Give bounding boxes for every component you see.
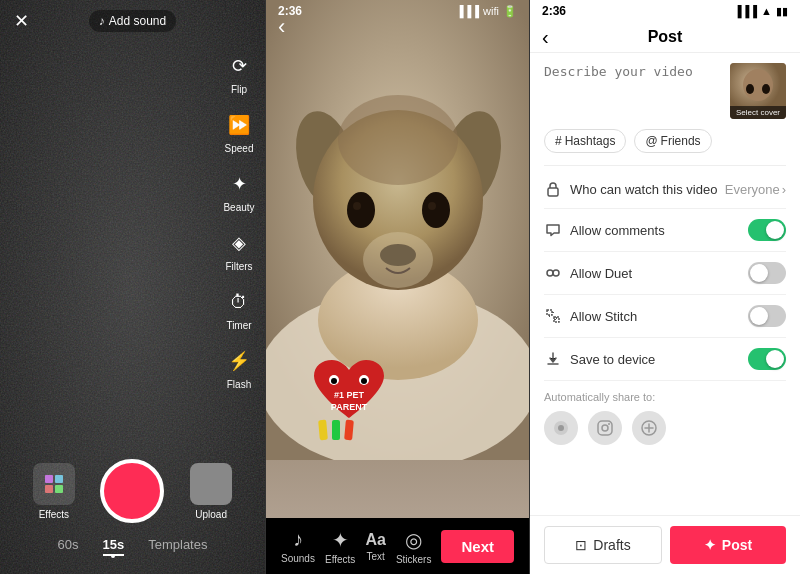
svg-rect-27 [548, 188, 558, 196]
svg-rect-0 [45, 475, 53, 483]
camera-bottom: Effects Upload 60s 15s Templates [0, 459, 265, 574]
svg-rect-3 [55, 485, 63, 493]
effects-bottom-button[interactable]: ✦ Effects [325, 528, 355, 565]
svg-point-11 [347, 192, 375, 228]
comment-icon [544, 221, 562, 239]
camera-panel: ✕ ♪ Add sound ⟳ Flip ⏩ Speed ✦ Beauty ◈ … [0, 0, 265, 574]
video-content: #1 PET PARENT [266, 0, 529, 518]
lock-icon [544, 180, 562, 198]
svg-point-33 [558, 425, 564, 431]
svg-rect-30 [547, 310, 552, 315]
toggle-knob [766, 221, 784, 239]
filters-tool[interactable]: ◈ Filters [223, 227, 255, 272]
battery-icon: 🔋 [503, 5, 517, 18]
allow-comments-toggle[interactable] [748, 219, 786, 241]
post-footer: ⊡ Drafts ✦ Post [530, 515, 800, 574]
drafts-button[interactable]: ⊡ Drafts [544, 526, 662, 564]
effects-bottom-icon: ✦ [332, 528, 349, 552]
timer-label: Timer [226, 320, 251, 331]
allow-stitch-label: Allow Stitch [570, 309, 637, 324]
cover-thumbnail[interactable]: Select cover [730, 63, 786, 119]
post-back-button[interactable]: ‹ [542, 26, 549, 49]
sounds-button[interactable]: ♪ Sounds [281, 528, 315, 564]
ribbon-yellow [318, 420, 328, 441]
svg-point-16 [363, 232, 433, 288]
friends-label: Friends [661, 134, 701, 148]
text-icon: Aa [365, 531, 385, 549]
video-bottom-bar: ♪ Sounds ✦ Effects Aa Text ◎ Stickers Ne… [266, 518, 529, 574]
post-status-icons: ▐▐▐ ▲ ▮▮ [734, 5, 788, 18]
filters-label: Filters [225, 261, 252, 272]
flash-icon: ⚡ [223, 345, 255, 377]
video-panel: 2:36 ▐▐▐ wifi 🔋 ‹ [265, 0, 530, 574]
allow-stitch-toggle[interactable] [748, 305, 786, 327]
tab-15s[interactable]: 15s [103, 537, 125, 556]
video-status-icons: ▐▐▐ wifi 🔋 [456, 5, 517, 18]
svg-point-29 [553, 270, 559, 276]
who-can-watch-row[interactable]: Who can watch this video Everyone › [544, 170, 786, 209]
save-to-device-toggle[interactable] [748, 348, 786, 370]
ribbon-red [344, 420, 354, 441]
close-button[interactable]: ✕ [14, 10, 29, 32]
toggle-knob-stitch [750, 307, 768, 325]
everyone-text: Everyone [725, 182, 780, 197]
stitch-icon [544, 307, 562, 325]
video-status-time: 2:36 [278, 4, 302, 18]
svg-text:PARENT: PARENT [331, 402, 368, 412]
duet-icon [544, 264, 562, 282]
upload-label: Upload [195, 509, 227, 520]
camera-tools: ⟳ Flip ⏩ Speed ✦ Beauty ◈ Filters ⏱ Time… [223, 50, 255, 390]
allow-stitch-left: Allow Stitch [544, 307, 637, 325]
description-input[interactable] [544, 63, 720, 113]
shutter-button[interactable] [100, 459, 164, 523]
timer-tool[interactable]: ⏱ Timer [223, 286, 255, 331]
post-label: Post [722, 537, 752, 553]
who-can-watch-label: Who can watch this video [570, 182, 717, 197]
who-can-watch-left: Who can watch this video [544, 180, 717, 198]
allow-duet-row: Allow Duet [544, 252, 786, 295]
add-sound-button[interactable]: ♪ Add sound [89, 10, 176, 32]
hashtags-tag[interactable]: # Hashtags [544, 129, 626, 153]
cover-label[interactable]: Select cover [730, 106, 786, 119]
sticker: #1 PET PARENT [304, 348, 394, 428]
at-icon: @ [645, 134, 657, 148]
sounds-icon: ♪ [293, 528, 303, 551]
share-instagram-icon[interactable] [588, 411, 622, 445]
post-spark-icon: ✦ [704, 537, 716, 553]
post-title: Post [648, 28, 683, 46]
hashtag-icon: # [555, 134, 562, 148]
share-add-icon[interactable] [632, 411, 666, 445]
svg-point-20 [361, 378, 367, 384]
toggle-knob-save [766, 350, 784, 368]
flash-tool[interactable]: ⚡ Flash [223, 345, 255, 390]
next-button[interactable]: Next [441, 530, 514, 563]
upload-button[interactable]: Upload [190, 463, 232, 520]
post-panel: 2:36 ▐▐▐ ▲ ▮▮ ‹ Post [530, 0, 800, 574]
svg-point-35 [602, 425, 608, 431]
allow-duet-toggle[interactable] [748, 262, 786, 284]
timer-icon: ⏱ [223, 286, 255, 318]
heart-sticker: #1 PET PARENT [304, 348, 394, 428]
description-row: Select cover [544, 63, 786, 119]
add-sound-label: Add sound [109, 14, 166, 28]
text-button[interactable]: Aa Text [365, 531, 385, 562]
camera-actions: Effects Upload [0, 459, 265, 523]
beauty-tool[interactable]: ✦ Beauty [223, 168, 255, 213]
speed-tool[interactable]: ⏩ Speed [223, 109, 255, 154]
auto-share-section: Automatically share to: [544, 391, 786, 445]
svg-text:#1 PET: #1 PET [334, 390, 365, 400]
stickers-button[interactable]: ◎ Stickers [396, 528, 432, 565]
effects-icon [33, 463, 75, 505]
flip-tool[interactable]: ⟳ Flip [223, 50, 255, 95]
friends-tag[interactable]: @ Friends [634, 129, 711, 153]
tab-15s-container: 15s [103, 537, 125, 558]
flip-icon: ⟳ [223, 50, 255, 82]
svg-point-25 [746, 84, 754, 94]
share-tiktok-icon[interactable] [544, 411, 578, 445]
post-button[interactable]: ✦ Post [670, 526, 786, 564]
effects-label: Effects [39, 509, 69, 520]
tab-templates[interactable]: Templates [148, 537, 207, 558]
effects-button[interactable]: Effects [33, 463, 75, 520]
flip-label: Flip [231, 84, 247, 95]
tab-60s[interactable]: 60s [58, 537, 79, 558]
